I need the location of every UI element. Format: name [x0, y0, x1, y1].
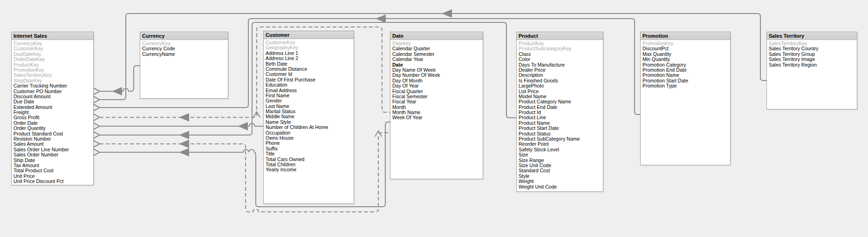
- table-date[interactable]: DateDateKeyCalendar QuarterCalendar Seme…: [390, 32, 483, 179]
- table-title-product[interactable]: Product: [517, 32, 603, 40]
- column-row[interactable]: Month: [390, 105, 483, 110]
- column-row[interactable]: Marital Status: [264, 109, 354, 114]
- column-row[interactable]: PromotionKey: [641, 41, 730, 46]
- table-customer[interactable]: CustomerCustomerKeyGeographyKeyAddress L…: [263, 31, 354, 204]
- column-row[interactable]: Unit Price: [12, 174, 93, 179]
- column-row[interactable]: DiscountPct: [641, 46, 730, 51]
- column-row[interactable]: Size Unit Code: [517, 163, 603, 168]
- column-row[interactable]: Title: [264, 151, 354, 156]
- column-row[interactable]: Calendar Semester: [390, 52, 483, 57]
- column-row[interactable]: Suffix: [264, 146, 354, 151]
- column-row[interactable]: Gender: [264, 98, 354, 103]
- column-row[interactable]: ProductSubcategoryKey: [517, 46, 603, 51]
- column-row[interactable]: ProductKey: [517, 41, 603, 46]
- column-row[interactable]: Sales Territory Image: [767, 57, 857, 62]
- column-row[interactable]: Promotion Type: [641, 83, 730, 88]
- column-row[interactable]: Gross Profit: [12, 115, 93, 120]
- column-row[interactable]: LargePhoto: [517, 83, 603, 88]
- column-row[interactable]: Name Style: [264, 120, 354, 125]
- column-row[interactable]: Address Line 1: [264, 51, 354, 56]
- column-row[interactable]: GeographyKey: [264, 45, 354, 50]
- column-row[interactable]: Ship Date: [12, 158, 93, 163]
- column-row[interactable]: Currency Code: [140, 46, 228, 51]
- table-title-date[interactable]: Date: [390, 32, 483, 40]
- column-row[interactable]: CurrencyName: [140, 52, 228, 57]
- column-row[interactable]: Calendar Year: [390, 57, 483, 62]
- column-row[interactable]: Birth Date: [264, 61, 354, 67]
- table-title-customer[interactable]: Customer: [264, 31, 354, 39]
- column-row[interactable]: Unit Price Discount Pct: [12, 179, 93, 184]
- column-row[interactable]: Last Name: [264, 104, 354, 109]
- column-row[interactable]: Address Line 2: [264, 56, 354, 61]
- table-title-currency[interactable]: Currency: [140, 32, 228, 40]
- column-row[interactable]: Discount Amount: [12, 94, 93, 99]
- column-row[interactable]: Size: [517, 152, 603, 157]
- column-row[interactable]: Product Start Date: [517, 126, 603, 131]
- column-row[interactable]: Product Status: [517, 131, 603, 136]
- column-row[interactable]: Email Address: [264, 88, 354, 93]
- column-row[interactable]: Safety Stock Level: [517, 147, 603, 152]
- table-title-sales-territory[interactable]: Sales Territory: [767, 32, 857, 40]
- column-row[interactable]: Sales Territory Group: [767, 52, 857, 57]
- column-row[interactable]: Max Quantity: [641, 52, 730, 57]
- table-title-promotion[interactable]: Promotion: [641, 32, 730, 40]
- table-title-internet-sales[interactable]: Internet Sales: [12, 32, 93, 40]
- column-row[interactable]: Month Name: [390, 110, 483, 115]
- relationship-line-active[interactable]: [100, 66, 140, 91]
- column-row[interactable]: Fiscal Semester: [390, 94, 483, 99]
- column-row[interactable]: Weight Unit Code: [517, 184, 603, 190]
- column-row[interactable]: Promotion Category: [641, 62, 730, 68]
- column-row[interactable]: Standard Cost: [517, 168, 603, 173]
- column-row[interactable]: Style: [517, 174, 603, 179]
- column-row[interactable]: Education: [264, 82, 354, 88]
- column-row[interactable]: ProductKey: [12, 62, 93, 68]
- column-row[interactable]: CustomerKey: [264, 40, 354, 45]
- column-row[interactable]: Sales Order Line Number: [12, 147, 93, 152]
- column-row[interactable]: Freight: [12, 110, 93, 115]
- table-product[interactable]: ProductProductKeyProductSubcategoryKeyCl…: [516, 32, 603, 192]
- table-promotion[interactable]: PromotionPromotionKeyDiscountPctMax Quan…: [640, 32, 731, 165]
- column-row[interactable]: Product Id: [517, 110, 603, 115]
- column-row[interactable]: Total Cars Owned: [264, 157, 354, 162]
- column-row[interactable]: Date Of First Purchase: [264, 77, 354, 82]
- column-row[interactable]: Sales Order Number: [12, 152, 93, 157]
- column-row[interactable]: Description: [517, 73, 603, 78]
- column-row[interactable]: Order Quantity: [12, 126, 93, 131]
- column-row[interactable]: Extended Amount: [12, 105, 93, 110]
- column-row[interactable]: Order Date: [12, 121, 93, 126]
- column-row[interactable]: Yearly Income: [264, 167, 354, 172]
- column-row[interactable]: Dealer Price: [517, 68, 603, 73]
- column-row[interactable]: Color: [517, 57, 603, 62]
- column-row[interactable]: Product Category Name: [517, 99, 603, 104]
- column-row[interactable]: List Price: [517, 89, 603, 94]
- column-row[interactable]: Is Finished Goods: [517, 78, 603, 83]
- column-row[interactable]: Customer PO Number: [12, 89, 93, 94]
- column-row[interactable]: Days To Manufacture: [517, 62, 603, 68]
- column-row[interactable]: Size Range: [517, 158, 603, 163]
- column-row[interactable]: Fiscal Quarter: [390, 89, 483, 94]
- column-row[interactable]: Tax Amount: [12, 163, 93, 168]
- column-row[interactable]: PromotionKey: [12, 68, 93, 73]
- column-row[interactable]: Product End Date: [517, 105, 603, 110]
- column-row[interactable]: Day Of Month: [390, 78, 483, 83]
- column-row[interactable]: Revision Number: [12, 136, 93, 142]
- column-row[interactable]: Total Children: [264, 162, 354, 167]
- column-row[interactable]: DateKey: [390, 41, 483, 46]
- column-row[interactable]: Product Standard Cost: [12, 131, 93, 136]
- column-row[interactable]: SalesTerritoryKey: [767, 41, 857, 46]
- table-currency[interactable]: CurrencyCurrencyKeyCurrency CodeCurrency…: [140, 32, 228, 99]
- column-row[interactable]: Promotion Start Date: [641, 78, 730, 83]
- column-row[interactable]: Calendar Quarter: [390, 46, 483, 51]
- column-row[interactable]: ShipDateKey: [12, 78, 93, 83]
- column-row[interactable]: Product SubCategory Name: [517, 136, 603, 142]
- column-row[interactable]: Sales Territory Country: [767, 46, 857, 51]
- table-sales-territory[interactable]: Sales TerritorySalesTerritoryKeySales Te…: [766, 32, 857, 109]
- column-row[interactable]: SalesTerritoryKey: [12, 73, 93, 78]
- column-row[interactable]: Middle Name: [264, 114, 354, 119]
- column-row[interactable]: DueDateKey: [12, 52, 93, 57]
- column-row[interactable]: Commute Distance: [264, 67, 354, 72]
- column-row[interactable]: Total Product Cost: [12, 168, 93, 173]
- column-row[interactable]: Occupation: [264, 130, 354, 135]
- column-row[interactable]: Day Of Year: [390, 83, 483, 88]
- column-row[interactable]: Fiscal Year: [390, 99, 483, 104]
